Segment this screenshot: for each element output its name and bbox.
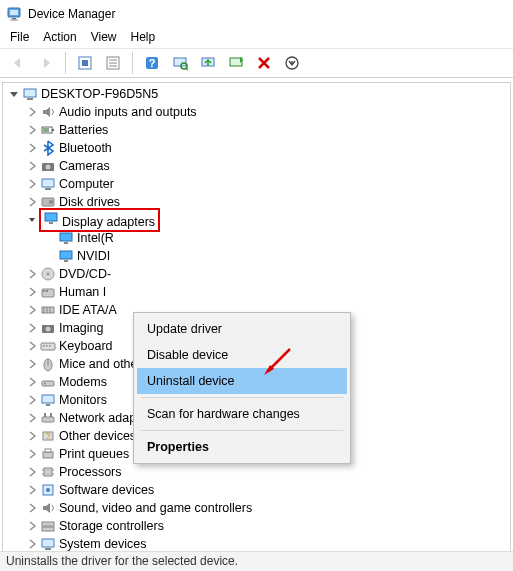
svg-rect-34 bbox=[64, 260, 68, 262]
expander-icon[interactable] bbox=[25, 339, 39, 353]
enable-device-button[interactable] bbox=[224, 52, 248, 74]
help-button[interactable]: ? bbox=[140, 52, 164, 74]
tree-root[interactable]: DESKTOP-F96D5N5 bbox=[5, 85, 510, 103]
ctx-separator bbox=[141, 430, 343, 431]
svg-rect-56 bbox=[42, 417, 54, 422]
tree-label: Storage controllers bbox=[59, 520, 164, 533]
tree-device-nvidia[interactable]: NVIDI bbox=[5, 247, 510, 265]
tree-label: Modems bbox=[59, 376, 107, 389]
menu-action[interactable]: Action bbox=[43, 30, 76, 44]
ide-icon bbox=[40, 302, 56, 318]
expander-icon[interactable] bbox=[25, 177, 39, 191]
expander-icon[interactable] bbox=[25, 447, 39, 461]
svg-rect-63 bbox=[44, 468, 52, 476]
tree-category-sound[interactable]: Sound, video and game controllers bbox=[5, 499, 510, 517]
title-bar: Device Manager bbox=[0, 0, 513, 28]
tree-label: Keyboard bbox=[59, 340, 113, 353]
tree-device-intel[interactable]: Intel(R bbox=[5, 229, 510, 247]
show-hidden-button[interactable] bbox=[73, 52, 97, 74]
svg-point-53 bbox=[44, 383, 46, 385]
tree-label: Processors bbox=[59, 466, 122, 479]
software-icon bbox=[40, 482, 56, 498]
expander-icon[interactable] bbox=[25, 483, 39, 497]
expander-icon[interactable] bbox=[25, 105, 39, 119]
properties-button[interactable] bbox=[101, 52, 125, 74]
tree-category-computer[interactable]: Computer bbox=[5, 175, 510, 193]
tree-root-label: DESKTOP-F96D5N5 bbox=[41, 88, 158, 101]
svg-rect-2 bbox=[12, 18, 16, 20]
tree-category-bluetooth[interactable]: Bluetooth bbox=[5, 139, 510, 157]
expander-open-icon[interactable] bbox=[7, 87, 21, 101]
svg-point-28 bbox=[49, 200, 53, 204]
details-button[interactable] bbox=[280, 52, 304, 74]
svg-text:?: ? bbox=[45, 431, 50, 441]
tree-category-batteries[interactable]: Batteries bbox=[5, 121, 510, 139]
svg-rect-71 bbox=[42, 527, 54, 531]
svg-rect-72 bbox=[42, 539, 54, 547]
expander-icon[interactable] bbox=[25, 537, 39, 551]
ctx-properties[interactable]: Properties bbox=[137, 434, 347, 460]
expander-icon[interactable] bbox=[25, 357, 39, 371]
ctx-update-driver[interactable]: Update driver bbox=[137, 316, 347, 342]
tree-category-storage[interactable]: Storage controllers bbox=[5, 517, 510, 535]
ctx-scan-hardware[interactable]: Scan for hardware changes bbox=[137, 401, 347, 427]
menu-help[interactable]: Help bbox=[131, 30, 156, 44]
computer-icon bbox=[40, 176, 56, 192]
cameras-icon bbox=[40, 158, 56, 174]
expander-icon[interactable] bbox=[25, 213, 39, 227]
svg-rect-62 bbox=[45, 449, 51, 452]
tree-label: Computer bbox=[59, 178, 114, 191]
context-menu: Update driver Disable device Uninstall d… bbox=[133, 312, 351, 464]
scan-button[interactable] bbox=[168, 52, 192, 74]
svg-rect-54 bbox=[42, 395, 54, 403]
expander-icon[interactable] bbox=[25, 303, 39, 317]
svg-rect-57 bbox=[44, 413, 46, 417]
expander-icon[interactable] bbox=[25, 267, 39, 281]
window-title: Device Manager bbox=[28, 7, 115, 21]
forward-button[interactable] bbox=[34, 52, 58, 74]
expander-icon[interactable] bbox=[25, 393, 39, 407]
uninstall-button[interactable] bbox=[252, 52, 276, 74]
menu-file[interactable]: File bbox=[10, 30, 29, 44]
expander-icon[interactable] bbox=[25, 123, 39, 137]
tree-category-processors[interactable]: Processors bbox=[5, 463, 510, 481]
tree-label: Human I bbox=[59, 286, 106, 299]
svg-rect-5 bbox=[82, 60, 88, 66]
expander-icon[interactable] bbox=[25, 375, 39, 389]
update-driver-button[interactable] bbox=[196, 52, 220, 74]
expander-icon[interactable] bbox=[25, 411, 39, 425]
bluetooth-icon bbox=[40, 140, 56, 156]
tree-label: NVIDI bbox=[77, 250, 110, 263]
svg-point-24 bbox=[46, 165, 51, 170]
tree-category-dvd[interactable]: DVD/CD- bbox=[5, 265, 510, 283]
expander-icon[interactable] bbox=[25, 285, 39, 299]
expander-icon[interactable] bbox=[25, 321, 39, 335]
display-adapter-icon bbox=[43, 210, 59, 226]
audio-icon bbox=[40, 104, 56, 120]
expander-icon[interactable] bbox=[25, 195, 39, 209]
tree-category-hid[interactable]: Human I bbox=[5, 283, 510, 301]
svg-rect-1 bbox=[10, 10, 18, 15]
svg-rect-61 bbox=[43, 452, 53, 458]
tree-category-cameras[interactable]: Cameras bbox=[5, 157, 510, 175]
expander-icon[interactable] bbox=[25, 519, 39, 533]
tree-category-software[interactable]: Software devices bbox=[5, 481, 510, 499]
ctx-disable-device[interactable]: Disable device bbox=[137, 342, 347, 368]
expander-icon[interactable] bbox=[25, 141, 39, 155]
svg-rect-55 bbox=[46, 404, 50, 406]
menu-view[interactable]: View bbox=[91, 30, 117, 44]
back-button[interactable] bbox=[6, 52, 30, 74]
tree-label: Intel(R bbox=[77, 232, 114, 245]
expander-icon[interactable] bbox=[25, 501, 39, 515]
expander-icon[interactable] bbox=[25, 429, 39, 443]
svg-rect-21 bbox=[52, 129, 54, 131]
tree-category-audio[interactable]: Audio inputs and outputs bbox=[5, 103, 510, 121]
ctx-uninstall-device[interactable]: Uninstall device bbox=[137, 368, 347, 394]
svg-rect-32 bbox=[64, 242, 68, 244]
expander-icon[interactable] bbox=[25, 465, 39, 479]
expander-icon[interactable] bbox=[25, 159, 39, 173]
svg-rect-22 bbox=[43, 128, 49, 132]
status-bar: Uninstalls the driver for the selected d… bbox=[0, 551, 513, 571]
svg-rect-26 bbox=[45, 188, 51, 190]
tree-category-display[interactable]: Display adapters bbox=[5, 211, 510, 229]
